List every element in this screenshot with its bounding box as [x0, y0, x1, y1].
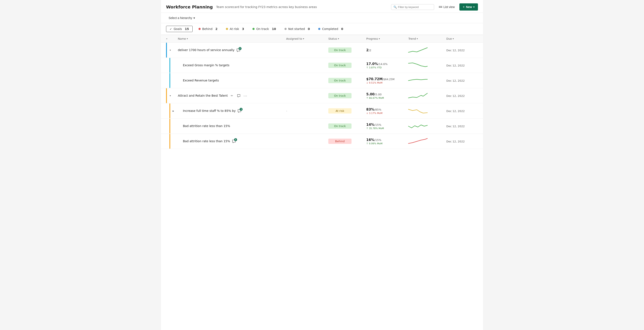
- table-row: ▼ Attract and Retain the Best Talent ✏ ⋯…: [161, 88, 483, 103]
- row-name-text: Increase full time staff % to 85% by: [183, 109, 236, 113]
- row-progress-cell: 14%/15% ↑ 35.78% MoM: [366, 123, 408, 130]
- new-button[interactable]: + New ▾: [460, 3, 478, 11]
- stat-behind-label: Behind: [202, 27, 213, 31]
- expand-button[interactable]: ▼: [168, 48, 172, 52]
- row-bar: [170, 73, 170, 88]
- behind-dot: [198, 28, 200, 30]
- row-name-cell: deliver 1700 hours of service annually 2: [178, 48, 286, 52]
- row-name-text: Exceed Gross margin % targets: [183, 63, 230, 68]
- trend-sparkline: [408, 107, 427, 115]
- due-date: Dec 12, 2022: [446, 49, 465, 52]
- stat-not-started[interactable]: Not started 0: [284, 26, 314, 32]
- app-subtitle: Team scorecard for tracking FY23 metrics…: [216, 5, 388, 9]
- assigned-sort-icon: ▾: [303, 38, 304, 40]
- col-header-name[interactable]: Name ▾: [178, 37, 286, 40]
- row-trend-cell: [408, 46, 446, 54]
- row-due-cell: Dec 12, 2022: [446, 140, 478, 143]
- col-header-assigned[interactable]: Assigned to ▾: [286, 37, 328, 40]
- comment-button[interactable]: [236, 93, 241, 98]
- stats-bar: ✓ Goals 15 Behind 2 At risk 3 On track 1…: [161, 23, 483, 35]
- list-view-button[interactable]: ≡≡ List view: [437, 4, 457, 10]
- row-expand-cell: ▼: [166, 48, 178, 52]
- col-header-trend[interactable]: Trend ▾: [408, 37, 446, 40]
- due-date: Dec 12, 2022: [446, 79, 465, 82]
- stat-at-risk[interactable]: At risk 3: [226, 26, 248, 32]
- progress-sub: ↑ 3.87% YTD: [366, 66, 408, 69]
- expand-all-icon[interactable]: »: [166, 37, 168, 40]
- col-header-status[interactable]: Status ▾: [328, 37, 366, 40]
- stat-at-risk-count: 3: [242, 27, 244, 31]
- progress-sub: ↓ 3.17% MoM: [366, 112, 408, 115]
- col-header-progress[interactable]: Progress ▾: [366, 37, 408, 40]
- assigned-value: -: [286, 109, 287, 113]
- row-name-text: deliver 1700 hours of service annually: [178, 48, 234, 52]
- trend-sparkline: [408, 61, 427, 70]
- at-risk-dot: [226, 28, 228, 30]
- more-button[interactable]: ⋯: [243, 93, 248, 98]
- completed-dot: [318, 28, 320, 30]
- row-trend-cell: [408, 61, 446, 70]
- filter-input-wrap: 🔍: [391, 4, 434, 10]
- due-date: Dec 12, 2022: [446, 140, 465, 143]
- new-label: New: [466, 5, 472, 9]
- col-header-due[interactable]: Due ▾: [446, 37, 478, 40]
- row-name-cell: Attract and Retain the Best Talent ✏ ⋯: [178, 93, 286, 98]
- comment-count: 2: [238, 47, 242, 50]
- stat-goals-count: 15: [185, 27, 189, 31]
- table-row: Bad attrition rate less than 15% On trac…: [161, 119, 483, 134]
- row-expand-cell: ▼: [166, 94, 178, 98]
- comment-badge[interactable]: 2: [236, 48, 240, 52]
- stat-on-track-label: On track: [256, 27, 269, 31]
- stat-completed[interactable]: Completed 0: [318, 26, 347, 32]
- name-sort-icon: ▾: [187, 38, 188, 40]
- table-wrap: » Name ▾ Assigned to ▾ Status ▾ Progress…: [161, 35, 483, 149]
- row-status-cell: At risk: [328, 108, 366, 113]
- expand-button[interactable]: ▶: [171, 109, 175, 113]
- due-date: Dec 12, 2022: [446, 64, 465, 67]
- row-bar-orange: [166, 88, 167, 103]
- status-sort-icon: ▾: [338, 38, 339, 40]
- stat-behind[interactable]: Behind 2: [198, 26, 222, 32]
- table-row: ▼ deliver 1700 hours of service annually…: [161, 43, 483, 58]
- stat-at-risk-label: At risk: [230, 27, 239, 31]
- hierarchy-select-button[interactable]: Select a hierarchy ▾: [166, 15, 198, 21]
- comment-badge[interactable]: 1: [237, 109, 242, 113]
- plus-icon: +: [463, 5, 465, 9]
- due-sort-icon: ▾: [453, 38, 454, 40]
- progress-sub: ↑ 35.78% MoM: [366, 127, 408, 130]
- row-status-cell: On track: [328, 78, 366, 83]
- expand-button[interactable]: ▼: [168, 94, 172, 98]
- row-status-cell: On track: [328, 63, 366, 68]
- toolbar: Select a hierarchy ▾: [161, 13, 483, 23]
- app-title: Workforce Planning: [166, 5, 213, 10]
- row-name-cell: Bad attrition rate less than 15%: [183, 124, 286, 128]
- hierarchy-label: Select a hierarchy: [168, 16, 192, 20]
- row-bar: [170, 119, 170, 133]
- row-bar: [170, 58, 170, 73]
- trend-sparkline: [408, 46, 427, 54]
- check-icon: ✓: [170, 28, 172, 31]
- progress-sort-icon: ▾: [379, 38, 380, 40]
- row-name-text: Bad attrition rate less than 15%: [183, 139, 230, 143]
- row-trend-cell: [408, 76, 446, 85]
- stat-goals-label: Goals: [174, 27, 182, 31]
- row-name-cell: Exceed Revenue targets: [183, 78, 286, 83]
- progress-main: 16%/15%: [366, 138, 408, 142]
- filter-input[interactable]: [398, 6, 432, 9]
- status-badge: On track: [328, 93, 352, 98]
- progress-sub: ↓ 9.51% MoM: [366, 81, 408, 84]
- progress-sub: ↑ 9.99% MoM: [366, 142, 408, 145]
- row-bar-cyan: [166, 43, 167, 58]
- progress-main: 5.00/5.00: [366, 92, 408, 96]
- stat-on-track[interactable]: On track 10: [252, 26, 280, 32]
- on-track-dot: [252, 28, 254, 30]
- comment-badge[interactable]: 2: [232, 139, 236, 143]
- status-badge: On track: [328, 123, 352, 129]
- stat-goals[interactable]: ✓ Goals 15: [166, 26, 192, 32]
- row-due-cell: Dec 12, 2022: [446, 49, 478, 52]
- not-started-dot: [284, 28, 286, 30]
- edit-button[interactable]: ✏: [230, 93, 234, 98]
- row-assigned-cell: -: [286, 109, 328, 113]
- progress-main: $70.72M/$64.25M: [366, 77, 408, 81]
- row-status-cell: On track: [328, 48, 366, 53]
